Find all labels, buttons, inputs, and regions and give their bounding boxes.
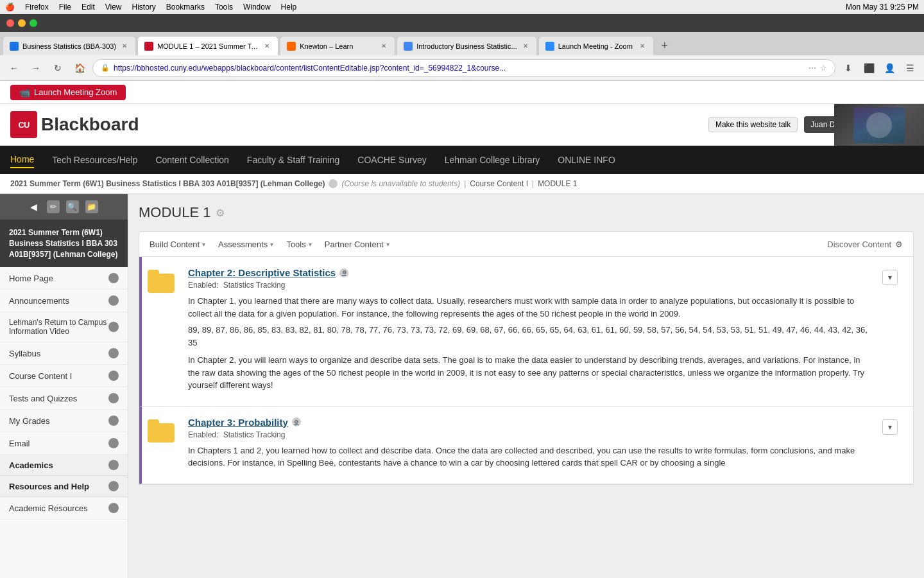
sidebar-item-return[interactable]: Lehman's Return to Campus Information Vi… <box>0 312 128 342</box>
menu-bookmarks[interactable]: Bookmarks <box>166 3 205 12</box>
tab-business-stats[interactable]: Business Statistics (BBA-303) ✕ <box>3 36 136 55</box>
menu-edit[interactable]: Edit <box>81 3 95 12</box>
tab-close-5[interactable]: ✕ <box>638 42 647 51</box>
sidebar-label-email: Email <box>9 439 30 448</box>
menu-icon[interactable]: ☰ <box>901 59 919 77</box>
profile-icon[interactable]: 👤 <box>880 59 898 77</box>
nav-content-collection[interactable]: Content Collection <box>155 152 228 168</box>
sidebar-dot-resources <box>108 481 119 491</box>
chapter3-settings-icon[interactable]: ⚙ <box>292 417 301 426</box>
nav-coache[interactable]: COACHE Survey <box>357 152 426 168</box>
sidebar-item-home[interactable]: Home Page <box>0 267 128 290</box>
sidebar-item-email[interactable]: Email <box>0 432 128 455</box>
nav-home[interactable]: Home <box>10 152 34 168</box>
back-button[interactable]: ← <box>5 59 23 77</box>
bookmark-icon[interactable]: ☆ <box>820 64 827 73</box>
tab-close-2[interactable]: ✕ <box>262 42 271 51</box>
tab-bar: Business Statistics (BBA-303) ✕ MODULE 1… <box>0 32 924 55</box>
sidebar-item-announcements[interactable]: Announcements <box>0 290 128 312</box>
chapter3-title[interactable]: Chapter 3: Probability ⚙ <box>188 417 869 428</box>
menu-firefox[interactable]: Firefox <box>25 3 49 12</box>
discover-content-label[interactable]: Discover Content <box>827 240 891 249</box>
assessments-chevron: ▾ <box>270 241 273 248</box>
sidebar-section-academics[interactable]: Academics <box>0 455 128 476</box>
tab-title-2: MODULE 1 – 2021 Summer Ter... <box>157 42 259 50</box>
menu-tools[interactable]: Tools <box>215 3 233 12</box>
chapter3-actions: ▾ <box>877 417 903 473</box>
forward-button[interactable]: → <box>27 59 45 77</box>
tab-close-3[interactable]: ✕ <box>379 42 388 51</box>
chapter3-icon-area <box>142 417 180 473</box>
sidebar-edit-icon[interactable]: ✏ <box>47 200 60 213</box>
tab-knewton[interactable]: Knewton – Learn ✕ <box>280 36 395 55</box>
fullscreen-traffic-light[interactable] <box>30 19 37 27</box>
tab-module1[interactable]: MODULE 1 – 2021 Summer Ter... ✕ <box>137 36 278 55</box>
chapter2-title[interactable]: Chapter 2: Descriptive Statistics ⚙ <box>188 267 869 278</box>
home-nav-button[interactable]: 🏠 <box>71 59 89 77</box>
chapter3-dropdown-button[interactable]: ▾ <box>882 419 898 435</box>
minimize-traffic-light[interactable] <box>18 19 26 27</box>
discover-content-icon[interactable]: ⚙ <box>895 240 903 249</box>
action-bar: Build Content ▾ Assessments ▾ Tools ▾ Pa… <box>139 231 914 257</box>
launch-meeting-zoom-button[interactable]: 📹 Launch Meeting Zoom <box>10 85 126 100</box>
tools-button[interactable]: Tools ▾ <box>286 236 311 253</box>
chapter2-data-values: 89, 89, 87, 86, 86, 85, 83, 83, 82, 81, … <box>188 324 869 349</box>
zoom-button-label: Launch Meeting Zoom <box>34 87 117 97</box>
chapter3-meta: Enabled: Statistics Tracking <box>188 430 869 439</box>
menu-window[interactable]: Window <box>243 3 271 12</box>
nav-faculty-training[interactable]: Faculty & Staff Training <box>247 152 339 168</box>
sidebar-item-academic-resources[interactable]: Academic Resources <box>0 497 128 520</box>
build-content-button[interactable]: Build Content ▾ <box>150 236 205 253</box>
menu-help[interactable]: Help <box>281 3 297 12</box>
sidebar-label-course-content: Course Content I <box>9 371 72 381</box>
sidebar-arrow-icon[interactable]: ◀ <box>30 202 40 212</box>
sidebar-dot-grades <box>108 416 119 426</box>
tab-close-4[interactable]: ✕ <box>521 42 530 51</box>
sidebar-search-icon[interactable]: 🔍 <box>66 200 79 213</box>
accessibility-button[interactable]: Make this website talk <box>708 117 798 132</box>
sidebar-dot-return <box>108 322 119 332</box>
academics-label: Academics <box>9 460 53 470</box>
breadcrumb-course[interactable]: 2021 Summer Term (6W1) Business Statisti… <box>10 179 325 188</box>
sidebar-dot-email <box>108 438 119 448</box>
url-more-icon[interactable]: ⋯ <box>809 64 816 73</box>
sidebar-folder-icon[interactable]: 📁 <box>85 200 98 213</box>
menu-history[interactable]: History <box>132 3 156 12</box>
chapter2-dropdown-button[interactable]: ▾ <box>882 270 898 285</box>
downloads-icon[interactable]: ⬇ <box>839 59 857 77</box>
lock-icon: 🔒 <box>101 64 110 72</box>
nav-tech-resources[interactable]: Tech Resources/Help <box>52 152 137 168</box>
blackboard-header: CU Blackboard Make this website talk Jua… <box>0 104 924 146</box>
sidebar-item-grades[interactable]: My Grades <box>0 410 128 432</box>
breadcrumb-unavailable: (Course is unavailable to students) <box>341 179 460 188</box>
logo-initials: CU <box>19 120 30 130</box>
module-settings-icon[interactable]: ⚙ <box>216 207 225 219</box>
nav-online-info[interactable]: ONLINE INFO <box>558 152 615 168</box>
url-bar[interactable]: 🔒 https://bbhosted.cuny.edu/webapps/blac… <box>92 59 835 77</box>
sidebar-item-course-content[interactable]: Course Content I <box>0 365 128 387</box>
sidebar-dot-syllabus <box>108 348 119 358</box>
extensions-icon[interactable]: ⬛ <box>860 59 878 77</box>
chapter2-settings-icon[interactable]: ⚙ <box>339 268 348 277</box>
close-traffic-light[interactable] <box>6 19 14 27</box>
nav-library[interactable]: Lehman College Library <box>445 152 540 168</box>
menu-file[interactable]: File <box>59 3 71 12</box>
breadcrumb-path1[interactable]: Course Content I <box>470 179 528 188</box>
refresh-button[interactable]: ↻ <box>49 59 67 77</box>
tab-zoom[interactable]: Launch Meeting - Zoom ✕ <box>538 36 654 55</box>
tab-intro-stats[interactable]: Introductory Business Statistic... ✕ <box>397 36 537 55</box>
sidebar-item-tests[interactable]: Tests and Quizzes <box>0 387 128 410</box>
assessments-button[interactable]: Assessments ▾ <box>218 236 273 253</box>
partner-content-button[interactable]: Partner Content ▾ <box>325 236 389 253</box>
breadcrumb-path2[interactable]: MODULE 1 <box>538 179 577 188</box>
breadcrumb: 2021 Summer Term (6W1) Business Statisti… <box>0 174 924 194</box>
tab-close-1[interactable]: ✕ <box>120 42 129 51</box>
sidebar-item-syllabus[interactable]: Syllabus <box>0 342 128 365</box>
chapter3-title-text: Chapter 3: Probability <box>188 417 288 428</box>
apple-menu[interactable]: 🍎 <box>5 3 15 12</box>
blackboard-logo[interactable]: CU Blackboard <box>10 111 139 138</box>
video-preview <box>834 104 924 146</box>
sidebar-section-resources[interactable]: Resources and Help <box>0 476 128 497</box>
menu-view[interactable]: View <box>105 3 122 12</box>
new-tab-button[interactable]: + <box>655 36 674 55</box>
